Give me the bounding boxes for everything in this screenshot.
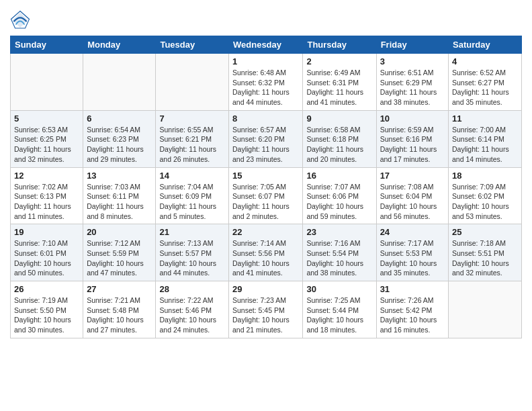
day-header-friday: Friday bbox=[376, 36, 448, 54]
day-number: 1 bbox=[232, 56, 299, 66]
day-number: 26 bbox=[14, 284, 79, 294]
day-number: 19 bbox=[14, 227, 79, 237]
week-row-2: 5Sunrise: 6:53 AM Sunset: 6:25 PM Daylig… bbox=[11, 110, 522, 167]
calendar-cell: 2Sunrise: 6:49 AM Sunset: 6:31 PM Daylig… bbox=[303, 54, 376, 111]
calendar-cell bbox=[83, 54, 156, 111]
day-info: Sunrise: 7:14 AM Sunset: 5:56 PM Dayligh… bbox=[232, 238, 299, 278]
day-number: 16 bbox=[306, 171, 372, 181]
week-row-3: 12Sunrise: 7:02 AM Sunset: 6:13 PM Dayli… bbox=[11, 167, 522, 224]
day-info: Sunrise: 6:53 AM Sunset: 6:25 PM Dayligh… bbox=[14, 125, 79, 165]
calendar-cell: 7Sunrise: 6:55 AM Sunset: 6:21 PM Daylig… bbox=[156, 110, 229, 167]
day-number: 4 bbox=[452, 56, 518, 66]
calendar-cell: 15Sunrise: 7:05 AM Sunset: 6:07 PM Dayli… bbox=[229, 167, 303, 224]
day-number: 3 bbox=[380, 56, 445, 66]
day-info: Sunrise: 7:23 AM Sunset: 5:45 PM Dayligh… bbox=[232, 295, 299, 335]
day-number: 31 bbox=[380, 284, 445, 294]
day-number: 10 bbox=[380, 113, 445, 124]
calendar-cell: 22Sunrise: 7:14 AM Sunset: 5:56 PM Dayli… bbox=[229, 224, 303, 281]
day-info: Sunrise: 6:51 AM Sunset: 6:29 PM Dayligh… bbox=[380, 68, 445, 107]
calendar-cell: 23Sunrise: 7:16 AM Sunset: 5:54 PM Dayli… bbox=[303, 224, 376, 281]
calendar-cell: 11Sunrise: 7:00 AM Sunset: 6:14 PM Dayli… bbox=[449, 110, 522, 167]
week-row-4: 19Sunrise: 7:10 AM Sunset: 6:01 PM Dayli… bbox=[11, 224, 522, 281]
calendar-cell: 3Sunrise: 6:51 AM Sunset: 6:29 PM Daylig… bbox=[376, 54, 448, 111]
calendar-cell: 27Sunrise: 7:21 AM Sunset: 5:48 PM Dayli… bbox=[83, 281, 156, 338]
day-number: 18 bbox=[452, 171, 518, 181]
logo-icon bbox=[10, 10, 30, 30]
day-number: 5 bbox=[14, 113, 79, 124]
day-info: Sunrise: 7:17 AM Sunset: 5:53 PM Dayligh… bbox=[380, 238, 445, 278]
calendar-cell: 17Sunrise: 7:08 AM Sunset: 6:04 PM Dayli… bbox=[376, 167, 448, 224]
day-info: Sunrise: 7:00 AM Sunset: 6:14 PM Dayligh… bbox=[452, 125, 518, 165]
day-number: 17 bbox=[380, 171, 445, 181]
day-info: Sunrise: 7:09 AM Sunset: 6:02 PM Dayligh… bbox=[452, 182, 518, 222]
calendar-cell: 21Sunrise: 7:13 AM Sunset: 5:57 PM Dayli… bbox=[156, 224, 229, 281]
calendar-cell: 24Sunrise: 7:17 AM Sunset: 5:53 PM Dayli… bbox=[376, 224, 448, 281]
calendar-cell: 10Sunrise: 6:59 AM Sunset: 6:16 PM Dayli… bbox=[376, 110, 448, 167]
day-info: Sunrise: 6:57 AM Sunset: 6:20 PM Dayligh… bbox=[232, 125, 299, 165]
day-info: Sunrise: 7:08 AM Sunset: 6:04 PM Dayligh… bbox=[380, 182, 445, 222]
calendar-cell: 26Sunrise: 7:19 AM Sunset: 5:50 PM Dayli… bbox=[11, 281, 83, 338]
day-info: Sunrise: 6:55 AM Sunset: 6:21 PM Dayligh… bbox=[159, 125, 225, 165]
day-info: Sunrise: 7:22 AM Sunset: 5:46 PM Dayligh… bbox=[159, 295, 225, 335]
calendar-cell: 4Sunrise: 6:52 AM Sunset: 6:27 PM Daylig… bbox=[449, 54, 522, 111]
day-info: Sunrise: 7:25 AM Sunset: 5:44 PM Dayligh… bbox=[306, 295, 372, 335]
day-info: Sunrise: 7:16 AM Sunset: 5:54 PM Dayligh… bbox=[306, 238, 372, 278]
day-info: Sunrise: 7:12 AM Sunset: 5:59 PM Dayligh… bbox=[87, 238, 152, 278]
day-number: 24 bbox=[380, 227, 445, 237]
logo bbox=[10, 10, 33, 30]
day-number: 12 bbox=[14, 171, 79, 181]
calendar-cell: 8Sunrise: 6:57 AM Sunset: 6:20 PM Daylig… bbox=[229, 110, 303, 167]
calendar-cell: 13Sunrise: 7:03 AM Sunset: 6:11 PM Dayli… bbox=[83, 167, 156, 224]
day-info: Sunrise: 7:21 AM Sunset: 5:48 PM Dayligh… bbox=[87, 295, 152, 335]
day-header-saturday: Saturday bbox=[449, 36, 522, 54]
header bbox=[10, 7, 522, 30]
calendar-cell: 31Sunrise: 7:26 AM Sunset: 5:42 PM Dayli… bbox=[376, 281, 448, 338]
day-number: 20 bbox=[87, 227, 152, 237]
day-info: Sunrise: 7:13 AM Sunset: 5:57 PM Dayligh… bbox=[159, 238, 225, 278]
day-info: Sunrise: 6:49 AM Sunset: 6:31 PM Dayligh… bbox=[306, 68, 372, 107]
calendar-cell: 30Sunrise: 7:25 AM Sunset: 5:44 PM Dayli… bbox=[303, 281, 376, 338]
calendar-cell: 28Sunrise: 7:22 AM Sunset: 5:46 PM Dayli… bbox=[156, 281, 229, 338]
day-header-tuesday: Tuesday bbox=[156, 36, 229, 54]
day-info: Sunrise: 6:48 AM Sunset: 6:32 PM Dayligh… bbox=[232, 68, 299, 107]
day-info: Sunrise: 7:19 AM Sunset: 5:50 PM Dayligh… bbox=[14, 295, 79, 335]
week-row-1: 1Sunrise: 6:48 AM Sunset: 6:32 PM Daylig… bbox=[11, 54, 522, 111]
day-info: Sunrise: 7:04 AM Sunset: 6:09 PM Dayligh… bbox=[159, 182, 225, 222]
day-number: 28 bbox=[159, 284, 225, 294]
day-info: Sunrise: 6:59 AM Sunset: 6:16 PM Dayligh… bbox=[380, 125, 445, 165]
day-number: 29 bbox=[232, 284, 299, 294]
calendar-cell: 12Sunrise: 7:02 AM Sunset: 6:13 PM Dayli… bbox=[11, 167, 83, 224]
calendar-cell: 5Sunrise: 6:53 AM Sunset: 6:25 PM Daylig… bbox=[11, 110, 83, 167]
calendar-cell: 9Sunrise: 6:58 AM Sunset: 6:18 PM Daylig… bbox=[303, 110, 376, 167]
day-number: 30 bbox=[306, 284, 372, 294]
day-number: 21 bbox=[159, 227, 225, 237]
day-number: 14 bbox=[159, 171, 225, 181]
calendar-cell: 20Sunrise: 7:12 AM Sunset: 5:59 PM Dayli… bbox=[83, 224, 156, 281]
day-info: Sunrise: 7:10 AM Sunset: 6:01 PM Dayligh… bbox=[14, 238, 79, 278]
calendar-cell: 16Sunrise: 7:07 AM Sunset: 6:06 PM Dayli… bbox=[303, 167, 376, 224]
day-number: 27 bbox=[87, 284, 152, 294]
day-header-monday: Monday bbox=[83, 36, 156, 54]
week-row-5: 26Sunrise: 7:19 AM Sunset: 5:50 PM Dayli… bbox=[11, 281, 522, 338]
day-info: Sunrise: 6:52 AM Sunset: 6:27 PM Dayligh… bbox=[452, 68, 518, 107]
day-number: 7 bbox=[159, 113, 225, 124]
day-number: 25 bbox=[452, 227, 518, 237]
day-number: 8 bbox=[232, 113, 299, 124]
day-header-wednesday: Wednesday bbox=[229, 36, 303, 54]
day-info: Sunrise: 7:18 AM Sunset: 5:51 PM Dayligh… bbox=[452, 238, 518, 278]
calendar-header-row: SundayMondayTuesdayWednesdayThursdayFrid… bbox=[11, 36, 522, 54]
day-info: Sunrise: 7:26 AM Sunset: 5:42 PM Dayligh… bbox=[380, 295, 445, 335]
calendar-cell: 25Sunrise: 7:18 AM Sunset: 5:51 PM Dayli… bbox=[449, 224, 522, 281]
day-info: Sunrise: 7:02 AM Sunset: 6:13 PM Dayligh… bbox=[14, 182, 79, 222]
calendar-cell: 18Sunrise: 7:09 AM Sunset: 6:02 PM Dayli… bbox=[449, 167, 522, 224]
calendar-cell bbox=[449, 281, 522, 338]
day-info: Sunrise: 6:54 AM Sunset: 6:23 PM Dayligh… bbox=[87, 125, 152, 165]
calendar-cell: 19Sunrise: 7:10 AM Sunset: 6:01 PM Dayli… bbox=[11, 224, 83, 281]
calendar: SundayMondayTuesdayWednesdayThursdayFrid… bbox=[10, 36, 522, 338]
day-header-sunday: Sunday bbox=[11, 36, 83, 54]
calendar-cell: 6Sunrise: 6:54 AM Sunset: 6:23 PM Daylig… bbox=[83, 110, 156, 167]
day-number: 13 bbox=[87, 171, 152, 181]
day-number: 2 bbox=[306, 56, 372, 66]
day-number: 9 bbox=[306, 113, 372, 124]
day-info: Sunrise: 7:07 AM Sunset: 6:06 PM Dayligh… bbox=[306, 182, 372, 222]
